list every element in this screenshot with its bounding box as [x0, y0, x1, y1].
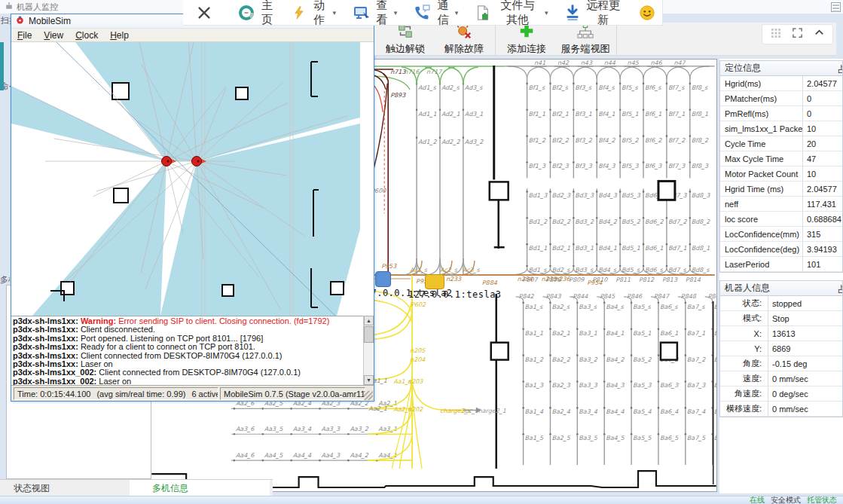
row-label: loc score [720, 212, 803, 226]
view-button[interactable]: 查看▾ [347, 0, 403, 29]
grid-icon[interactable] [770, 27, 781, 41]
map-label: Bd8_3 [692, 192, 711, 199]
sim-robot-center [197, 160, 200, 163]
action-button[interactable]: 动作▾ [286, 0, 342, 29]
lane-node [666, 217, 668, 219]
sim-robot[interactable] [162, 157, 172, 166]
map-label: Ba7_4 [687, 408, 706, 415]
comm-icon [414, 4, 432, 22]
lane-node [619, 108, 622, 111]
lane-node [619, 191, 622, 193]
map-label: Aa4_2 [350, 452, 368, 459]
scroll-up-icon[interactable]: ▲ [364, 316, 374, 325]
smiley-button[interactable] [632, 2, 662, 24]
localization-panel: 定位信息占Hgrid(ms)2.04577PMatcher(ms)0PmRefl… [719, 60, 843, 273]
lane-node [658, 380, 660, 383]
map-label: Ba8_3 [714, 382, 716, 389]
home-icon [237, 4, 255, 22]
menu-help[interactable]: Help [104, 30, 135, 41]
map-label: Bf4_2 [598, 137, 615, 144]
lane-node [549, 83, 551, 85]
sim-robot[interactable] [192, 157, 202, 166]
chevron-down-icon: ▾ [455, 9, 459, 17]
map-label: Ba4_3 [606, 382, 625, 389]
table-row: 角度:-0.15 deg [720, 356, 842, 371]
scrollbar-thumb[interactable] [364, 326, 374, 343]
map-label: Bf2_3 [551, 163, 569, 170]
robot-marker[interactable] [425, 274, 444, 289]
lane-node [573, 161, 575, 163]
lane-node [576, 354, 579, 356]
resize-grip[interactable] [364, 391, 373, 400]
comm-button[interactable]: 通信▾ [408, 0, 464, 29]
tab-multi-machine-info[interactable]: 多机信息 [130, 480, 270, 496]
lane-node [643, 243, 645, 246]
map-label: Bf4_3 [598, 163, 615, 170]
scroll-down-icon[interactable]: ▼ [364, 375, 374, 385]
lane-node [576, 433, 579, 435]
log-line: p3dx-sh-lms1xx_002: Laser on [13, 377, 362, 385]
map-label: Bd2_3 [551, 192, 571, 199]
map-label: Ba5_3 [633, 382, 652, 389]
map-label: Ad2_s [441, 84, 460, 91]
map-label: Bf5_3 [622, 163, 639, 170]
map-label: Bf7_3 [668, 163, 686, 170]
mobilesim-window[interactable]: MobileSim FileViewClockHelp p3dx-sh-lms1… [11, 14, 374, 402]
row-label: 状态: [720, 296, 768, 310]
lane-node [416, 108, 418, 111]
table-row: LocConfidence(mm)315 [720, 227, 842, 242]
map-label: Ba8_4 [714, 408, 716, 415]
row-label: 角度: [720, 356, 768, 371]
table-row: Hgrid Time (ms)2.04577 [720, 182, 842, 197]
row-value: 13613 [768, 326, 796, 341]
map-label: Bd1_s [529, 267, 548, 273]
lane-node [689, 135, 692, 137]
lane-node [685, 302, 687, 304]
remote-update-button[interactable]: 远程更新 [558, 0, 628, 29]
map-label: Bd3_2 [575, 218, 594, 225]
tab-status-view[interactable]: 状态视图 [14, 480, 50, 496]
lane-node [603, 354, 606, 356]
map-label: Bf2_s [551, 84, 568, 91]
map-label: P846 [627, 293, 643, 300]
expand-icon[interactable] [792, 27, 803, 41]
lane-node [658, 302, 660, 304]
menu-file[interactable]: File [11, 30, 38, 41]
lane-node [666, 243, 668, 246]
map-label: Ba5_1 [633, 330, 651, 337]
home-button[interactable]: 主页 [231, 0, 281, 29]
row-label: X: [720, 326, 768, 341]
lane-node [658, 433, 660, 435]
map-label: Ba7_2 [687, 356, 706, 363]
map-label: Bd7_s [668, 267, 687, 273]
mobilesim-viewport[interactable] [11, 42, 374, 316]
lane-node [619, 135, 622, 137]
map-label: Bf7_s [668, 84, 685, 91]
action-button-label: 动作 [310, 0, 328, 27]
log-scrollbar[interactable]: ▲ ▼ [363, 316, 374, 385]
menu-view[interactable]: View [38, 30, 69, 41]
map-shape [331, 282, 344, 295]
map-label: Ad1_1 [418, 111, 437, 118]
lane-node [596, 108, 598, 111]
map-label: Bf8_1 [692, 111, 708, 118]
files-button-label: 文件与其他 [495, 0, 540, 27]
lane-node [631, 407, 633, 409]
laser-ray [166, 161, 183, 234]
collapse-icon[interactable] [814, 27, 825, 41]
panel-toggle-icon[interactable] [831, 2, 841, 12]
lane-node [549, 433, 551, 435]
table-row: PmRefl(ms)0 [720, 106, 842, 121]
files-button[interactable]: 文件与其他▾ [469, 0, 554, 29]
table-row: 状态:stopped [720, 296, 842, 311]
menu-clock[interactable]: Clock [69, 30, 104, 41]
row-value: 0 deg/sec [768, 386, 808, 401]
lane-node [549, 328, 551, 330]
robot-marker[interactable] [375, 271, 391, 287]
lane-node [689, 243, 692, 246]
lane-node [596, 265, 598, 267]
close-button[interactable] [189, 2, 219, 24]
map-label: Ba3_5 [579, 435, 597, 441]
close-icon [195, 4, 213, 22]
map-label: Bd4_2 [598, 218, 618, 225]
